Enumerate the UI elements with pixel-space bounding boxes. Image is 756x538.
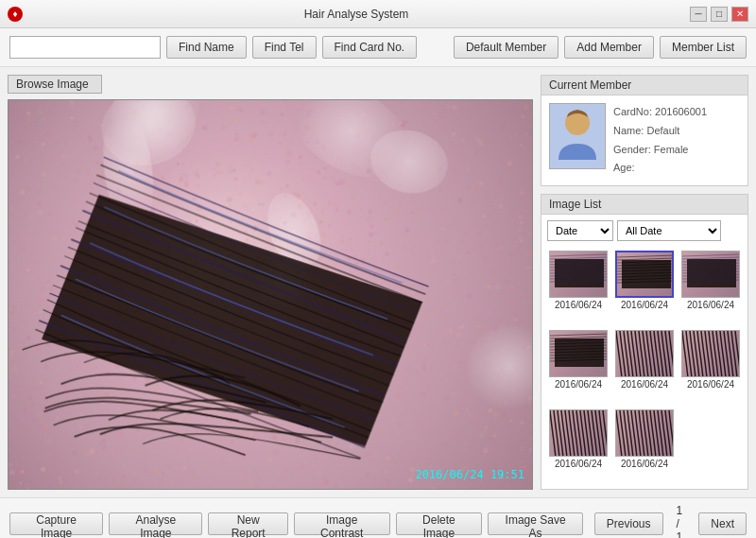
list-item[interactable]: 2016/06/24 bbox=[547, 251, 610, 326]
right-panel: Current Member CardNo: 201606001 bbox=[541, 75, 748, 490]
delete-image-button[interactable]: Delete Image bbox=[396, 512, 483, 535]
list-item[interactable]: 2016/06/24 bbox=[679, 251, 742, 326]
pagination-controls: Previous 1 / 1 Next bbox=[594, 504, 747, 538]
all-date-filter-select[interactable]: All Date bbox=[617, 220, 721, 241]
image-save-as-button[interactable]: Image Save As bbox=[488, 512, 582, 535]
card-no-value: 201606001 bbox=[655, 106, 707, 117]
next-button[interactable]: Next bbox=[698, 512, 747, 535]
card-no-row: CardNo: 201606001 bbox=[613, 103, 707, 122]
age-row: Age: bbox=[613, 159, 707, 178]
list-item[interactable]: 2016/06/24 bbox=[547, 409, 610, 485]
gender-row: Gender: Female bbox=[613, 141, 707, 160]
add-member-button[interactable]: Add Member bbox=[564, 36, 654, 59]
list-item[interactable]: 2016/06/24 bbox=[613, 330, 676, 406]
thumb-date: 2016/06/24 bbox=[621, 379, 668, 390]
window-title: Hair Analyse System bbox=[23, 8, 690, 21]
main-content: Browse Image 2016/06/24 19:51 Current Me… bbox=[0, 67, 756, 497]
left-panel: Browse Image 2016/06/24 19:51 bbox=[8, 75, 533, 490]
list-item[interactable]: 2016/06/24 bbox=[547, 330, 610, 406]
thumb-date: 2016/06/24 bbox=[687, 379, 734, 390]
find-name-button[interactable]: Find Name bbox=[166, 36, 247, 59]
analyse-image-button[interactable]: Analyse Image bbox=[109, 512, 202, 535]
hair-image-canvas bbox=[9, 100, 532, 489]
image-timestamp: 2016/06/24 19:51 bbox=[415, 468, 524, 481]
app-icon: ♦ bbox=[8, 7, 23, 22]
thumb-date: 2016/06/24 bbox=[687, 300, 734, 310]
image-display: 2016/06/24 19:51 bbox=[8, 99, 533, 490]
top-toolbar: Find Name Find Tel Find Card No. Default… bbox=[0, 28, 756, 67]
thumb-date: 2016/06/24 bbox=[621, 300, 668, 310]
gender-value: Female bbox=[654, 144, 689, 155]
minimize-button[interactable]: ─ bbox=[690, 7, 707, 22]
thumb-date: 2016/06/24 bbox=[555, 379, 602, 390]
find-card-button[interactable]: Find Card No. bbox=[322, 36, 418, 59]
image-list-header: Image List bbox=[541, 195, 747, 215]
thumb-date: 2016/06/24 bbox=[555, 300, 602, 310]
filter-row: Date All Date bbox=[541, 215, 747, 247]
date-filter-select[interactable]: Date bbox=[547, 220, 613, 241]
image-contrast-button[interactable]: Image Contrast bbox=[294, 512, 390, 535]
close-button[interactable]: ✕ bbox=[731, 7, 748, 22]
list-item[interactable]: 2016/06/24 bbox=[613, 251, 676, 326]
current-member-header: Current Member bbox=[541, 76, 747, 95]
find-tel-button[interactable]: Find Tel bbox=[252, 36, 317, 59]
thumbnails-grid: 2016/06/242016/06/242016/06/242016/06/24… bbox=[541, 247, 747, 489]
list-item[interactable]: 2016/06/24 bbox=[679, 330, 742, 406]
avatar bbox=[549, 103, 606, 169]
member-details: CardNo: 201606001 Name: Default Gender: … bbox=[613, 103, 707, 178]
member-list-button[interactable]: Member List bbox=[660, 36, 747, 59]
search-input[interactable] bbox=[9, 36, 161, 59]
previous-button[interactable]: Previous bbox=[594, 512, 663, 535]
default-member-button[interactable]: Default Member bbox=[454, 36, 558, 59]
name-value: Default bbox=[646, 125, 679, 136]
title-bar: ♦ Hair Analyse System ─ □ ✕ bbox=[0, 0, 756, 28]
bottom-toolbar: Capture Image Analyse Image New Report I… bbox=[0, 497, 756, 538]
thumb-date: 2016/06/24 bbox=[555, 459, 602, 469]
maximize-button[interactable]: □ bbox=[711, 7, 728, 22]
page-info: 1 / 1 bbox=[669, 504, 694, 538]
window-controls: ─ □ ✕ bbox=[690, 7, 748, 22]
browse-label: Browse Image bbox=[8, 75, 102, 94]
new-report-button[interactable]: New Report bbox=[208, 512, 287, 535]
capture-image-button[interactable]: Capture Image bbox=[9, 512, 103, 535]
current-member-section: Current Member CardNo: 201606001 bbox=[541, 75, 748, 186]
list-item[interactable]: 2016/06/24 bbox=[613, 409, 676, 485]
thumb-date: 2016/06/24 bbox=[621, 459, 668, 469]
member-info: CardNo: 201606001 Name: Default Gender: … bbox=[541, 95, 747, 185]
image-list-section: Image List Date All Date 2016/06/242016/… bbox=[541, 194, 748, 490]
name-row: Name: Default bbox=[613, 122, 707, 141]
